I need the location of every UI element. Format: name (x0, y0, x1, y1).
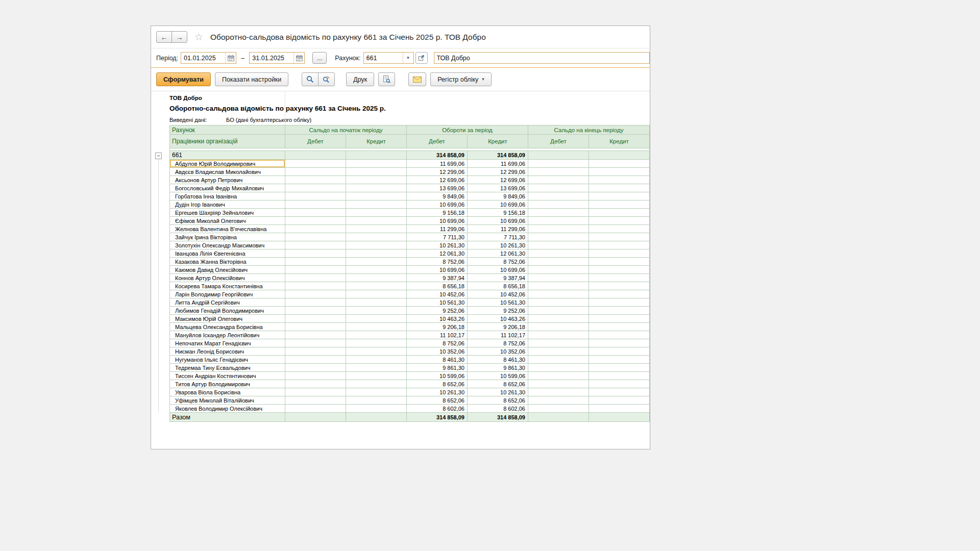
saldo-end-credit-cell[interactable] (589, 151, 650, 160)
saldo-end-credit-cell[interactable] (589, 184, 650, 192)
saldo-start-debit-cell[interactable] (285, 331, 346, 339)
saldo-start-credit-cell[interactable] (346, 184, 407, 192)
saldo-start-credit-cell[interactable] (346, 217, 407, 225)
turnover-debit-cell[interactable]: 8 602,06 (407, 405, 468, 413)
saldo-start-credit-cell[interactable] (346, 258, 407, 266)
employee-name-cell[interactable]: Непочатих Марат Генадієвич (170, 339, 285, 347)
saldo-start-debit-cell[interactable] (285, 241, 346, 249)
employee-name-cell[interactable]: Тедремаа Тину Есвальдович (170, 364, 285, 372)
turnover-credit-cell[interactable]: 10 452,06 (468, 290, 528, 298)
turnover-debit-cell[interactable]: 12 699,06 (407, 176, 468, 184)
employee-name-cell[interactable]: Єфімов Миколай Олегович (170, 217, 285, 225)
saldo-end-credit-cell[interactable] (589, 201, 650, 209)
turnover-credit-cell[interactable]: 12 699,06 (468, 176, 528, 184)
employee-row[interactable]: Мальцева Олександра Борисівна 9 206,18 9… (170, 323, 650, 331)
turnover-debit-cell[interactable]: 8 652,06 (407, 396, 468, 405)
saldo-end-credit-cell[interactable] (589, 217, 650, 225)
saldo-end-credit-cell[interactable] (589, 339, 650, 347)
employee-name-cell[interactable]: Ларін Володимир Георгійович (170, 290, 285, 298)
saldo-start-credit-cell[interactable] (346, 331, 407, 339)
saldo-end-debit-cell[interactable] (528, 201, 589, 209)
saldo-start-credit-cell[interactable] (346, 388, 407, 396)
saldo-end-credit-cell[interactable] (589, 168, 650, 176)
saldo-start-debit-cell[interactable] (285, 209, 346, 217)
employee-row[interactable]: Каюмов Давид Олексійович 10 699,06 10 69… (170, 266, 650, 274)
saldo-end-credit-cell[interactable] (589, 290, 650, 298)
saldo-end-credit-cell[interactable] (589, 274, 650, 282)
turnover-debit-cell[interactable]: 12 061,30 (407, 249, 468, 258)
saldo-end-credit-cell[interactable] (589, 258, 650, 266)
saldo-start-debit-cell[interactable] (285, 396, 346, 405)
saldo-end-debit-cell[interactable] (528, 413, 589, 422)
saldo-start-debit-cell[interactable] (285, 176, 346, 184)
account-open-button[interactable] (415, 52, 428, 64)
date-to-calendar-button[interactable] (293, 53, 304, 63)
saldo-start-debit-cell[interactable] (285, 405, 346, 413)
employee-name-cell[interactable]: Аксьонов Артур Петрович (170, 176, 285, 184)
employee-name-cell[interactable]: Ергешев Шахріяр Зейналович (170, 209, 285, 217)
turnover-credit-cell[interactable]: 9 387,94 (468, 274, 528, 282)
employee-name-cell[interactable]: Нисман Леонід Борисович (170, 347, 285, 356)
turnover-debit-cell[interactable]: 12 299,06 (407, 168, 468, 176)
saldo-end-debit-cell[interactable] (528, 339, 589, 347)
saldo-end-credit-cell[interactable] (589, 372, 650, 380)
employee-row[interactable]: Абдулов Юрій Володимирович 11 699,06 11 … (170, 160, 650, 168)
employee-row[interactable]: Нисман Леонід Борисович 10 352,06 10 352… (170, 347, 650, 356)
employee-row[interactable]: Уварова Віола Борисівна 10 261,30 10 261… (170, 388, 650, 396)
employee-name-cell[interactable]: Богословський Федір Михайлович (170, 184, 285, 192)
employee-row[interactable]: Любимов Генадій Володимирович 9 252,06 9… (170, 307, 650, 315)
saldo-start-credit-cell[interactable] (346, 274, 407, 282)
saldo-end-credit-cell[interactable] (589, 364, 650, 372)
collapse-group-button[interactable]: − (155, 153, 162, 159)
employee-row[interactable]: Желнова Валентина В'ячеславівна 11 299,0… (170, 225, 650, 233)
saldo-end-debit-cell[interactable] (528, 380, 589, 388)
organization-input[interactable] (434, 53, 649, 63)
email-button[interactable] (408, 72, 426, 86)
saldo-end-credit-cell[interactable] (589, 347, 650, 356)
turnover-debit-cell[interactable]: 7 711,30 (407, 233, 468, 241)
saldo-end-debit-cell[interactable] (528, 258, 589, 266)
employee-row[interactable]: Дудін Ігор Іванович 10 699,06 10 699,06 (170, 201, 650, 209)
saldo-start-credit-cell[interactable] (346, 201, 407, 209)
turnover-debit-cell[interactable]: 10 261,30 (407, 241, 468, 249)
saldo-start-credit-cell[interactable] (346, 339, 407, 347)
turnover-credit-cell[interactable]: 9 206,18 (468, 323, 528, 331)
employee-row[interactable]: Ергешев Шахріяр Зейналович 9 156,18 9 15… (170, 209, 650, 217)
saldo-end-debit-cell[interactable] (528, 388, 589, 396)
saldo-end-credit-cell[interactable] (589, 233, 650, 241)
employee-row[interactable]: Коннов Артур Олексійович 9 387,94 9 387,… (170, 274, 650, 282)
saldo-start-debit-cell[interactable] (285, 356, 346, 364)
employee-row[interactable]: Максимов Юрій Олегович 10 463,26 10 463,… (170, 315, 650, 323)
employee-row[interactable]: Мануйлов Іскандер Леонтійович 11 102,17 … (170, 331, 650, 339)
employee-name-cell[interactable]: Мануйлов Іскандер Леонтійович (170, 331, 285, 339)
saldo-start-credit-cell[interactable] (346, 225, 407, 233)
favorite-star-icon[interactable]: ☆ (194, 32, 203, 42)
turnover-debit-cell[interactable]: 8 652,06 (407, 380, 468, 388)
saldo-end-debit-cell[interactable] (528, 209, 589, 217)
turnover-debit-cell[interactable]: 8 752,06 (407, 258, 468, 266)
employee-name-cell[interactable]: Іванцова Лілія Євегенієвна (170, 249, 285, 258)
saldo-end-debit-cell[interactable] (528, 176, 589, 184)
saldo-end-debit-cell[interactable] (528, 217, 589, 225)
employee-row[interactable]: Богословський Федір Михайлович 13 699,06… (170, 184, 650, 192)
saldo-start-credit-cell[interactable] (346, 176, 407, 184)
saldo-start-debit-cell[interactable] (285, 282, 346, 290)
saldo-start-debit-cell[interactable] (285, 151, 346, 160)
employee-row[interactable]: Яковлев Володимир Олексійович 8 602,06 8… (170, 405, 650, 413)
employee-row[interactable]: Зайчук Ірина Вікторівна 7 711,30 7 711,3… (170, 233, 650, 241)
date-to-input[interactable] (250, 53, 293, 63)
saldo-end-credit-cell[interactable] (589, 298, 650, 307)
employee-name-cell[interactable]: Желнова Валентина В'ячеславівна (170, 225, 285, 233)
turnover-debit-cell[interactable]: 8 752,06 (407, 339, 468, 347)
turnover-debit-cell[interactable]: 10 561,30 (407, 298, 468, 307)
saldo-start-credit-cell[interactable] (346, 323, 407, 331)
saldo-end-debit-cell[interactable] (528, 372, 589, 380)
turnover-credit-cell[interactable]: 314 858,09 (468, 151, 528, 160)
turnover-debit-cell[interactable]: 9 849,06 (407, 192, 468, 201)
turnover-credit-cell[interactable]: 10 699,06 (468, 266, 528, 274)
forward-button[interactable]: → (172, 31, 187, 43)
saldo-end-credit-cell[interactable] (589, 413, 650, 422)
turnover-debit-cell[interactable]: 314 858,09 (407, 413, 468, 422)
turnover-credit-cell[interactable]: 10 561,30 (468, 298, 528, 307)
saldo-end-credit-cell[interactable] (589, 307, 650, 315)
